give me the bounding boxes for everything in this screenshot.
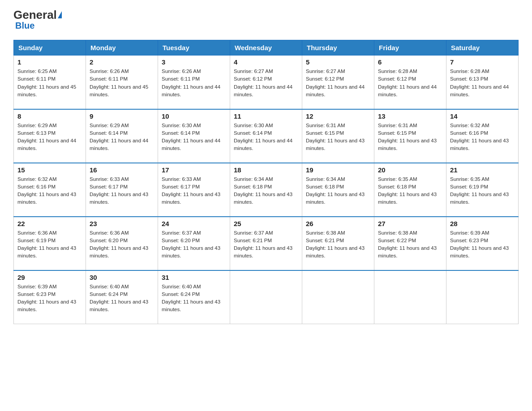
day-number: 22	[17, 220, 82, 227]
day-info: Sunrise: 6:30 AMSunset: 6:14 PMDaylight:…	[162, 122, 226, 153]
day-info: Sunrise: 6:37 AMSunset: 6:20 PMDaylight:…	[162, 229, 226, 260]
week-row-4: 22Sunrise: 6:36 AMSunset: 6:19 PMDayligh…	[14, 217, 519, 270]
week-row-2: 8Sunrise: 6:29 AMSunset: 6:13 PMDaylight…	[14, 109, 519, 163]
day-cell	[230, 270, 302, 324]
day-info: Sunrise: 6:25 AMSunset: 6:11 PMDaylight:…	[17, 68, 82, 98]
day-info: Sunrise: 6:37 AMSunset: 6:21 PMDaylight:…	[234, 229, 298, 260]
day-number: 5	[306, 58, 370, 66]
day-cell: 24Sunrise: 6:37 AMSunset: 6:20 PMDayligh…	[158, 217, 230, 270]
header-friday: Friday	[374, 40, 446, 56]
week-row-3: 15Sunrise: 6:32 AMSunset: 6:16 PMDayligh…	[14, 163, 519, 217]
day-number: 30	[90, 274, 154, 281]
day-cell: 10Sunrise: 6:30 AMSunset: 6:14 PMDayligh…	[158, 109, 230, 163]
day-cell: 20Sunrise: 6:35 AMSunset: 6:18 PMDayligh…	[374, 163, 446, 217]
day-number: 14	[450, 112, 515, 120]
day-cell: 22Sunrise: 6:36 AMSunset: 6:19 PMDayligh…	[14, 217, 86, 270]
week-row-5: 29Sunrise: 6:39 AMSunset: 6:23 PMDayligh…	[14, 270, 519, 324]
calendar-table: SundayMondayTuesdayWednesdayThursdayFrid…	[13, 40, 519, 324]
day-cell: 26Sunrise: 6:38 AMSunset: 6:21 PMDayligh…	[302, 217, 374, 270]
day-info: Sunrise: 6:33 AMSunset: 6:17 PMDaylight:…	[162, 176, 226, 206]
calendar-header-row: SundayMondayTuesdayWednesdayThursdayFrid…	[14, 40, 519, 56]
day-number: 18	[234, 166, 298, 174]
day-number: 27	[378, 220, 442, 227]
day-cell: 3Sunrise: 6:26 AMSunset: 6:11 PMDaylight…	[158, 56, 230, 109]
day-number: 20	[378, 166, 442, 174]
day-info: Sunrise: 6:35 AMSunset: 6:19 PMDaylight:…	[450, 176, 515, 206]
day-info: Sunrise: 6:34 AMSunset: 6:18 PMDaylight:…	[306, 176, 370, 206]
header-saturday: Saturday	[446, 40, 519, 56]
header-tuesday: Tuesday	[158, 40, 230, 56]
day-cell: 7Sunrise: 6:28 AMSunset: 6:13 PMDaylight…	[446, 56, 519, 109]
day-cell: 27Sunrise: 6:38 AMSunset: 6:22 PMDayligh…	[374, 217, 446, 270]
day-cell: 19Sunrise: 6:34 AMSunset: 6:18 PMDayligh…	[302, 163, 374, 217]
day-cell	[446, 270, 519, 324]
day-cell: 30Sunrise: 6:40 AMSunset: 6:24 PMDayligh…	[86, 270, 158, 324]
day-info: Sunrise: 6:40 AMSunset: 6:24 PMDaylight:…	[90, 283, 154, 314]
week-row-1: 1Sunrise: 6:25 AMSunset: 6:11 PMDaylight…	[14, 56, 519, 109]
day-number: 23	[90, 220, 154, 227]
day-cell: 4Sunrise: 6:27 AMSunset: 6:12 PMDaylight…	[230, 56, 302, 109]
day-number: 11	[234, 112, 298, 120]
day-info: Sunrise: 6:39 AMSunset: 6:23 PMDaylight:…	[450, 229, 515, 260]
day-number: 31	[162, 274, 226, 281]
logo-general-text: General	[13, 9, 57, 21]
day-cell: 17Sunrise: 6:33 AMSunset: 6:17 PMDayligh…	[158, 163, 230, 217]
day-info: Sunrise: 6:31 AMSunset: 6:15 PMDaylight:…	[378, 122, 442, 153]
day-cell: 1Sunrise: 6:25 AMSunset: 6:11 PMDaylight…	[14, 56, 86, 109]
day-number: 9	[90, 112, 154, 120]
day-cell: 23Sunrise: 6:36 AMSunset: 6:20 PMDayligh…	[86, 217, 158, 270]
day-number: 16	[90, 166, 154, 174]
day-info: Sunrise: 6:40 AMSunset: 6:24 PMDaylight:…	[162, 283, 226, 314]
logo-blue-text: Blue	[15, 21, 34, 31]
day-cell: 29Sunrise: 6:39 AMSunset: 6:23 PMDayligh…	[14, 270, 86, 324]
day-cell: 5Sunrise: 6:27 AMSunset: 6:12 PMDaylight…	[302, 56, 374, 109]
day-number: 29	[17, 274, 82, 281]
day-number: 24	[162, 220, 226, 227]
day-number: 7	[450, 58, 515, 66]
day-cell	[374, 270, 446, 324]
day-cell: 25Sunrise: 6:37 AMSunset: 6:21 PMDayligh…	[230, 217, 302, 270]
day-cell: 21Sunrise: 6:35 AMSunset: 6:19 PMDayligh…	[446, 163, 519, 217]
day-number: 13	[378, 112, 442, 120]
header-wednesday: Wednesday	[230, 40, 302, 56]
page-header: General Blue	[13, 9, 519, 31]
day-cell: 12Sunrise: 6:31 AMSunset: 6:15 PMDayligh…	[302, 109, 374, 163]
day-number: 6	[378, 58, 442, 66]
day-cell: 28Sunrise: 6:39 AMSunset: 6:23 PMDayligh…	[446, 217, 519, 270]
day-info: Sunrise: 6:32 AMSunset: 6:16 PMDaylight:…	[17, 176, 82, 206]
day-number: 1	[17, 58, 82, 66]
day-info: Sunrise: 6:36 AMSunset: 6:19 PMDaylight:…	[17, 229, 82, 260]
day-info: Sunrise: 6:35 AMSunset: 6:18 PMDaylight:…	[378, 176, 442, 206]
day-info: Sunrise: 6:34 AMSunset: 6:18 PMDaylight:…	[234, 176, 298, 206]
day-number: 28	[450, 220, 515, 227]
day-cell: 31Sunrise: 6:40 AMSunset: 6:24 PMDayligh…	[158, 270, 230, 324]
day-info: Sunrise: 6:38 AMSunset: 6:22 PMDaylight:…	[378, 229, 442, 260]
day-cell: 13Sunrise: 6:31 AMSunset: 6:15 PMDayligh…	[374, 109, 446, 163]
day-cell: 18Sunrise: 6:34 AMSunset: 6:18 PMDayligh…	[230, 163, 302, 217]
day-cell: 2Sunrise: 6:26 AMSunset: 6:11 PMDaylight…	[86, 56, 158, 109]
day-info: Sunrise: 6:30 AMSunset: 6:14 PMDaylight:…	[234, 122, 298, 153]
header-monday: Monday	[86, 40, 158, 56]
day-number: 4	[234, 58, 298, 66]
day-number: 12	[306, 112, 370, 120]
day-info: Sunrise: 6:33 AMSunset: 6:17 PMDaylight:…	[90, 176, 154, 206]
day-number: 10	[162, 112, 226, 120]
day-number: 3	[162, 58, 226, 66]
day-info: Sunrise: 6:27 AMSunset: 6:12 PMDaylight:…	[306, 68, 370, 98]
day-info: Sunrise: 6:27 AMSunset: 6:12 PMDaylight:…	[234, 68, 298, 98]
day-number: 17	[162, 166, 226, 174]
day-cell: 14Sunrise: 6:32 AMSunset: 6:16 PMDayligh…	[446, 109, 519, 163]
day-cell: 6Sunrise: 6:28 AMSunset: 6:12 PMDaylight…	[374, 56, 446, 109]
day-cell: 11Sunrise: 6:30 AMSunset: 6:14 PMDayligh…	[230, 109, 302, 163]
day-info: Sunrise: 6:26 AMSunset: 6:11 PMDaylight:…	[90, 68, 154, 98]
day-number: 8	[17, 112, 82, 120]
day-info: Sunrise: 6:29 AMSunset: 6:14 PMDaylight:…	[90, 122, 154, 153]
day-cell: 8Sunrise: 6:29 AMSunset: 6:13 PMDaylight…	[14, 109, 86, 163]
day-number: 15	[17, 166, 82, 174]
day-info: Sunrise: 6:32 AMSunset: 6:16 PMDaylight:…	[450, 122, 515, 153]
day-cell: 15Sunrise: 6:32 AMSunset: 6:16 PMDayligh…	[14, 163, 86, 217]
day-cell	[302, 270, 374, 324]
day-info: Sunrise: 6:31 AMSunset: 6:15 PMDaylight:…	[306, 122, 370, 153]
day-number: 21	[450, 166, 515, 174]
logo-triangle-icon	[58, 11, 62, 18]
